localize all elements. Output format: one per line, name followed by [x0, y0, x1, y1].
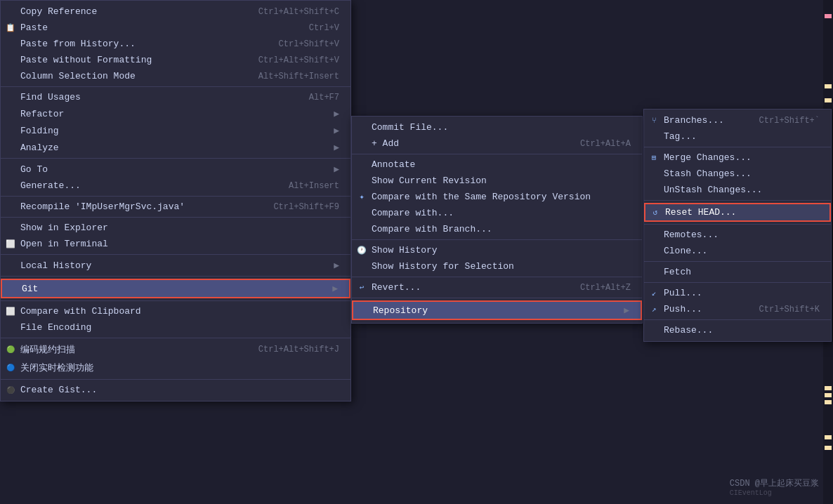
menu-item-create-gist[interactable]: ⚫ Create Gist...	[1, 382, 350, 398]
repo-menu-item-reset-head[interactable]: ↺ Reset HEAD...	[644, 203, 831, 222]
git-menu-item-commit-file[interactable]: Commit File...	[352, 119, 642, 135]
separator-4	[1, 217, 350, 218]
branches-icon: ⑂	[648, 117, 660, 125]
refactor-arrow: ▶	[320, 108, 339, 119]
git-separator-1	[352, 154, 642, 154]
menu-item-copy-reference[interactable]: Copy Reference Ctrl+Alt+Shift+C	[1, 4, 350, 20]
go-to-arrow: ▶	[320, 164, 339, 175]
separator-7	[1, 300, 350, 301]
menu-item-local-history[interactable]: Local History ▶	[1, 257, 350, 274]
git-menu-item-compare-with[interactable]: Compare with...	[352, 205, 642, 221]
git-separator-4	[352, 298, 642, 298]
menu-item-generate[interactable]: Generate... Alt+Insert	[1, 178, 350, 194]
menu-item-recompile[interactable]: Recompile 'IMpUserMgrSvc.java' Ctrl+Shif…	[1, 199, 350, 215]
git-menu-item-show-current-revision[interactable]: Show Current Revision	[352, 173, 642, 189]
separator-8	[1, 338, 350, 338]
compare-clipboard-icon: ⬜	[5, 307, 16, 316]
menu-item-column-selection[interactable]: Column Selection Mode Alt+Shift+Insert	[1, 68, 350, 84]
git-menu-item-show-history[interactable]: 🕐 Show History	[352, 242, 642, 258]
git-arrow: ▶	[318, 283, 338, 294]
scrollbar-marker-yellow-4	[825, 386, 832, 390]
terminal-icon: ⬜	[5, 239, 16, 248]
gist-icon: ⚫	[5, 386, 16, 394]
git-menu-item-compare-same-version[interactable]: ✦ Compare with the Same Repository Versi…	[352, 189, 642, 205]
menu-item-open-in-terminal[interactable]: ⬜ Open in Terminal	[1, 236, 350, 252]
repository-submenu: ⑂ Branches... Ctrl+Shift+` Tag... ⊞ Merg…	[643, 109, 832, 342]
repo-menu-item-tag[interactable]: Tag...	[644, 128, 831, 145]
menu-item-find-usages[interactable]: Find Usages Alt+F7	[1, 89, 350, 105]
repo-separator-5	[644, 282, 831, 283]
repo-menu-item-stash-changes[interactable]: Stash Changes...	[644, 166, 831, 182]
separator-3	[1, 196, 350, 197]
compare-icon: ✦	[356, 192, 367, 202]
repo-menu-item-merge-changes[interactable]: ⊞ Merge Changes...	[644, 150, 831, 166]
watermark-text: CSDN @早上起床买豆浆	[730, 477, 819, 489]
separator-6	[1, 276, 350, 277]
menu-item-paste[interactable]: 📋 Paste Ctrl+V	[1, 20, 350, 36]
scrollbar-marker-yellow-1	[825, 84, 832, 88]
git-submenu: Commit File... + Add Ctrl+Alt+A Annotate…	[351, 116, 643, 324]
scrollbar-marker-yellow-2	[825, 98, 832, 102]
git-menu-item-compare-with-branch[interactable]: Compare with Branch...	[352, 221, 642, 237]
menu-item-file-encoding[interactable]: File Encoding	[1, 319, 350, 336]
merge-icon: ⊞	[648, 153, 660, 162]
history-icon: 🕐	[356, 246, 367, 255]
reset-icon: ↺	[650, 208, 661, 217]
repository-arrow: ▶	[610, 305, 629, 316]
git-menu-item-repository[interactable]: Repository ▶	[352, 300, 642, 320]
git-menu-item-show-history-selection[interactable]: Show History for Selection	[352, 258, 642, 274]
repo-menu-item-rebase[interactable]: Rebase...	[644, 322, 831, 338]
scrollbar-marker-yellow-6	[825, 400, 832, 404]
paste-icon: 📋	[5, 23, 16, 32]
pull-icon: ↙	[648, 289, 660, 298]
watermark: CSDN @早上起床买豆浆 CIEventLog	[730, 477, 819, 497]
scrollbar-marker-yellow-7	[825, 435, 832, 439]
menu-item-analyze[interactable]: Analyze ▶	[1, 139, 350, 156]
git-menu-item-revert[interactable]: ↩ Revert... Ctrl+Alt+Z	[352, 279, 642, 296]
separator-9	[1, 379, 350, 380]
repo-menu-item-fetch[interactable]: Fetch	[644, 264, 831, 280]
git-menu-item-add[interactable]: + Add Ctrl+Alt+A	[352, 135, 642, 152]
analyze-arrow: ▶	[320, 142, 339, 153]
repo-menu-item-unstash-changes[interactable]: UnStash Changes...	[644, 182, 831, 198]
local-history-arrow: ▶	[320, 260, 339, 271]
main-context-menu: Copy Reference Ctrl+Alt+Shift+C 📋 Paste …	[0, 0, 351, 402]
repo-separator-6	[644, 319, 831, 320]
repo-menu-item-branches[interactable]: ⑂ Branches... Ctrl+Shift+`	[644, 112, 831, 128]
menu-item-realtime-detection[interactable]: 🔵 关闭实时检测功能	[1, 359, 350, 377]
separator-1	[1, 86, 350, 87]
repo-separator-2	[644, 200, 831, 201]
repo-menu-item-clone[interactable]: Clone...	[644, 243, 831, 259]
repo-menu-item-push[interactable]: ↗ Push... Ctrl+Shift+K	[644, 301, 831, 317]
menu-item-compare-clipboard[interactable]: ⬜ Compare with Clipboard	[1, 303, 350, 319]
watermark-sub: CIEventLog	[730, 489, 819, 497]
menu-item-code-scan[interactable]: 🟢 编码规约扫描 Ctrl+Alt+Shift+J	[1, 340, 350, 359]
menu-item-show-in-explorer[interactable]: Show in Explorer	[1, 220, 350, 236]
menu-item-refactor[interactable]: Refactor ▶	[1, 105, 350, 122]
repo-separator-1	[644, 147, 831, 147]
menu-item-folding[interactable]: Folding ▶	[1, 122, 350, 139]
revert-icon: ↩	[356, 283, 367, 292]
separator-2	[1, 158, 350, 159]
realtime-icon: 🔵	[5, 364, 16, 372]
git-separator-2	[352, 239, 642, 240]
repo-menu-item-remotes[interactable]: Remotes...	[644, 227, 831, 243]
folding-arrow: ▶	[320, 125, 339, 136]
code-scan-icon: 🟢	[5, 345, 16, 354]
separator-5	[1, 254, 350, 255]
menu-item-git[interactable]: Git ▶	[1, 279, 350, 298]
menu-item-paste-without-formatting[interactable]: Paste without Formatting Ctrl+Alt+Shift+…	[1, 52, 350, 68]
scrollbar-marker-yellow-5	[825, 393, 832, 397]
menu-item-paste-from-history[interactable]: Paste from History... Ctrl+Shift+V	[1, 36, 350, 52]
push-icon: ↗	[648, 305, 660, 314]
git-menu-item-annotate[interactable]: Annotate	[352, 157, 642, 173]
scrollbar-marker-red	[825, 14, 832, 18]
scrollbar-marker-yellow-8	[825, 446, 832, 450]
repo-menu-item-pull[interactable]: ↙ Pull...	[644, 285, 831, 301]
menu-item-go-to[interactable]: Go To ▶	[1, 161, 350, 178]
repo-separator-3	[644, 224, 831, 225]
repo-separator-4	[644, 261, 831, 262]
git-separator-3	[352, 277, 642, 277]
